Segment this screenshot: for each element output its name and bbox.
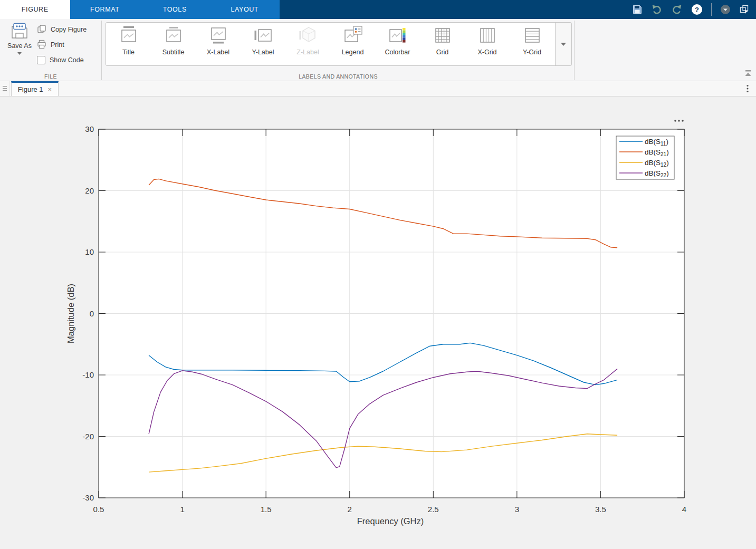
gallery-item-label: Subtitle (162, 49, 185, 56)
gallery-item-label: Title (122, 49, 135, 56)
legend-icon (342, 25, 363, 48)
figure-tab-label: Figure 1 (18, 85, 43, 93)
pop-out-window-icon[interactable] (739, 4, 750, 15)
z-label-icon (298, 25, 319, 48)
gallery-expand-button[interactable] (555, 23, 571, 65)
title-icon (118, 25, 139, 48)
axes-toolbar-dots[interactable] (674, 120, 684, 122)
y-grid-icon (522, 25, 543, 48)
y-axis-label: Magnitude (dB) (66, 284, 75, 343)
x-grid-icon (477, 25, 498, 48)
tab-overflow-menu-icon[interactable] (739, 81, 756, 96)
svg-text:4: 4 (682, 505, 686, 514)
svg-text:-10: -10 (82, 370, 94, 379)
svg-text:30: 30 (85, 124, 94, 133)
help-icon[interactable]: ? (691, 4, 703, 15)
gallery-item-label: Y-Grid (523, 49, 541, 56)
svg-text:2.5: 2.5 (428, 505, 439, 514)
gallery-item-x-label[interactable]: X-Label (196, 23, 241, 65)
figure-canvas: 0.511.522.533.54-30-20-100102030Frequenc… (0, 97, 756, 549)
legend[interactable]: dB(S11)dB(S21)dB(S12)dB(S22) (616, 136, 674, 179)
gallery-item-subtitle[interactable]: Subtitle (151, 23, 196, 65)
colorbar-icon (387, 25, 408, 48)
svg-text:-20: -20 (82, 432, 94, 441)
gallery-item-y-grid[interactable]: Y-Grid (510, 23, 554, 65)
tab-tools[interactable]: TOOLS (140, 0, 210, 19)
save-icon[interactable] (632, 4, 643, 15)
save-as-dropdown-caret-icon[interactable] (17, 52, 22, 55)
gallery-item-label: Y-Label (252, 49, 274, 56)
gallery-item-title[interactable]: Title (106, 23, 151, 65)
y-label-icon (253, 25, 274, 48)
gallery-item-x-grid[interactable]: X-Grid (465, 23, 510, 65)
undo-icon[interactable] (651, 4, 663, 15)
gallery-item-label: Colorbar (385, 49, 410, 56)
gallery-item-label: Grid (436, 49, 449, 56)
x-tick-labels: 0.511.522.533.54 (93, 505, 687, 514)
tab-layout[interactable]: LAYOUT (210, 0, 280, 19)
layout-chevron-icon[interactable] (720, 4, 731, 15)
copy-figure-label: Copy Figure (51, 26, 87, 33)
s-parameter-plot: 0.511.522.533.54-30-20-100102030Frequenc… (0, 97, 756, 549)
toolbar-separator (711, 3, 712, 16)
print-icon (37, 40, 46, 51)
show-code-toggle[interactable]: Show Code (37, 54, 87, 66)
svg-text:?: ? (695, 6, 699, 14)
section-separator (101, 21, 102, 80)
tab-grip-icon[interactable] (0, 81, 10, 96)
annotations-gallery: TitleSubtitleX-LabelY-LabelZ-LabelLegend… (106, 22, 572, 66)
document-tab-bar: Figure 1 × (0, 81, 756, 97)
close-figure-icon[interactable]: × (48, 86, 52, 93)
copy-figure-button[interactable]: Copy Figure (37, 24, 87, 35)
svg-text:3: 3 (515, 505, 519, 514)
svg-text:2: 2 (348, 505, 352, 514)
svg-text:3.5: 3.5 (595, 505, 606, 514)
annotations-section-label: LABELS AND ANNOTATIONS (104, 73, 572, 80)
svg-text:10: 10 (85, 247, 94, 256)
toolstrip-tab-bar: FIGURE FORMAT TOOLS LAYOUT (0, 0, 756, 19)
copy-figure-icon (37, 24, 46, 35)
save-as-label: Save As (4, 42, 35, 51)
gallery-item-legend[interactable]: Legend (330, 23, 375, 65)
file-actions: Copy Figure Print Show Code (37, 24, 87, 66)
gallery-item-label: Legend (342, 49, 364, 56)
collapse-ribbon-button[interactable] (744, 70, 752, 79)
gallery-item-label: X-Grid (477, 49, 496, 56)
gallery-item-y-label[interactable]: Y-Label (241, 23, 285, 65)
gallery-items: TitleSubtitleX-LabelY-LabelZ-LabelLegend… (106, 23, 554, 65)
gallery-item-z-label: Z-Label (285, 23, 330, 65)
gallery-item-colorbar[interactable]: Colorbar (375, 23, 420, 65)
quick-access-toolbar: ? (632, 0, 756, 19)
gallery-item-label: Z-Label (296, 49, 319, 56)
toolstrip-tabs: FIGURE FORMAT TOOLS LAYOUT (0, 0, 280, 19)
figure-1-tab[interactable]: Figure 1 × (11, 81, 59, 96)
show-code-checkbox[interactable] (37, 56, 45, 64)
svg-text:1.5: 1.5 (261, 505, 272, 514)
subtitle-icon (163, 25, 184, 48)
save-as-icon (10, 34, 29, 41)
svg-text:0: 0 (90, 309, 94, 318)
matlab-figure-window: { "titlebar": { "tabs": ["FIGURE", "FORM… (0, 0, 756, 549)
svg-text:1: 1 (180, 505, 184, 514)
y-tick-labels: -30-20-100102030 (82, 124, 94, 502)
redo-icon[interactable] (671, 4, 683, 15)
tab-figure[interactable]: FIGURE (0, 0, 70, 19)
section-separator-2 (574, 21, 575, 80)
gallery-expand-caret-icon (561, 43, 566, 46)
x-axis-label: Frequency (GHz) (357, 516, 424, 526)
show-code-label: Show Code (50, 56, 84, 64)
svg-text:20: 20 (85, 186, 94, 195)
gallery-item-grid[interactable]: Grid (420, 23, 465, 65)
gallery-item-label: X-Label (207, 49, 229, 56)
tab-format[interactable]: FORMAT (70, 0, 140, 19)
ribbon-figure: Save As Copy Figure Print (0, 19, 756, 81)
grid-icon (432, 25, 453, 48)
print-button[interactable]: Print (37, 39, 87, 51)
file-section-label: FILE (0, 73, 101, 80)
print-label: Print (51, 41, 64, 49)
svg-text:-30: -30 (82, 493, 94, 502)
svg-text:0.5: 0.5 (93, 505, 104, 514)
save-as-button[interactable]: Save As (4, 23, 35, 55)
x-label-icon (208, 25, 229, 48)
